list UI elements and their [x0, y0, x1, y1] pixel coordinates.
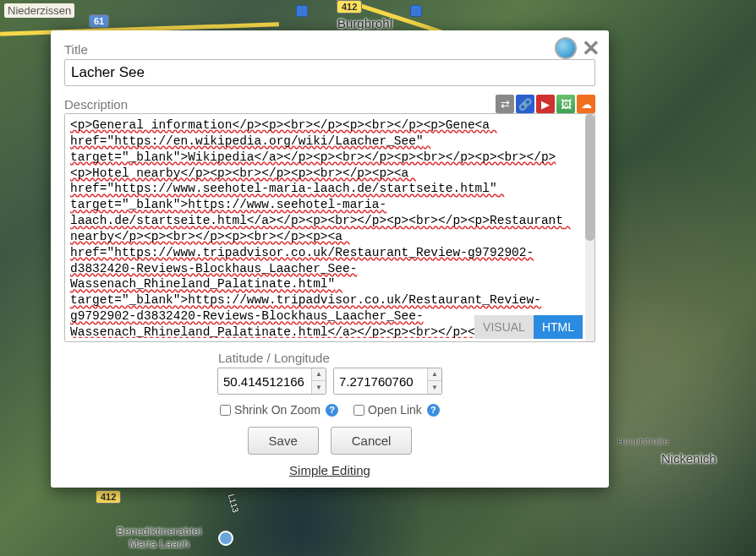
image-icon[interactable]: 🖼	[556, 95, 575, 113]
rail-station-icon	[410, 5, 422, 17]
tab-html[interactable]: HTML	[534, 315, 583, 339]
latitude-input[interactable]	[218, 368, 311, 394]
route-icon[interactable]: ⇄	[496, 95, 514, 113]
lat-step-up[interactable]: ▲	[312, 368, 326, 381]
map-label-l113: L113	[227, 493, 240, 513]
map-label-benediktinerabtei: Benediktinerabtei	[117, 525, 201, 537]
lat-step-down[interactable]: ▼	[312, 381, 326, 394]
simple-editing-link[interactable]: Simple Editing	[289, 463, 370, 477]
editor-mode-tabs: VISUAL HTML	[474, 315, 583, 339]
lng-step-up[interactable]: ▲	[428, 368, 441, 381]
marker-edit-modal: ✕ Title Description ⇄ 🔗 ▶ 🖼 ☁ VISUAL HTM…	[51, 30, 609, 488]
open-link-option: Open Link ?	[353, 403, 440, 417]
road-badge-412-b: 412	[96, 490, 121, 504]
help-icon[interactable]: ?	[427, 404, 440, 417]
map-label-hauptstrasse: Hauptstraße	[614, 435, 672, 447]
shrink-on-zoom-option: Shrink On Zoom ?	[220, 403, 338, 417]
longitude-input[interactable]	[334, 368, 427, 394]
save-button[interactable]: Save	[248, 427, 319, 455]
road-badge-61: 61	[89, 14, 109, 28]
open-link-checkbox[interactable]	[353, 405, 364, 416]
map-label-nickenich: Nickenich	[658, 450, 720, 466]
map-label-maria-laach: Maria Laach	[117, 537, 201, 550]
shrink-on-zoom-checkbox[interactable]	[220, 405, 231, 416]
open-link-label: Open Link	[368, 403, 422, 417]
shrink-on-zoom-label: Shrink On Zoom	[234, 403, 320, 417]
tab-visual[interactable]: VISUAL	[474, 315, 534, 339]
description-scroll-thumb[interactable]	[585, 114, 594, 241]
title-label: Title	[64, 42, 595, 57]
latlng-label: Latitude / Longitude	[218, 351, 330, 365]
rail-station-icon	[296, 5, 308, 17]
help-icon[interactable]: ?	[326, 404, 338, 417]
cancel-button[interactable]: Cancel	[331, 427, 413, 455]
description-toolbar: ⇄ 🔗 ▶ 🖼 ☁	[496, 95, 595, 113]
soundcloud-icon[interactable]: ☁	[577, 95, 595, 113]
map-label-niederzissen: Niederzissen	[4, 3, 74, 18]
title-input[interactable]	[64, 59, 595, 86]
description-scrollbar[interactable]	[585, 114, 594, 341]
lng-step-down[interactable]: ▼	[428, 381, 441, 394]
road-badge-412-a: 412	[337, 0, 362, 14]
youtube-icon[interactable]: ▶	[536, 95, 555, 113]
link-icon[interactable]: 🔗	[516, 95, 534, 113]
globe-icon[interactable]	[555, 37, 577, 59]
map-poi-marker-icon[interactable]	[218, 531, 233, 546]
map-label-burgbrohl: Burgbrohl	[334, 15, 396, 31]
description-label: Description	[64, 97, 128, 112]
description-textarea[interactable]	[65, 114, 594, 338]
close-icon[interactable]: ✕	[582, 37, 600, 59]
